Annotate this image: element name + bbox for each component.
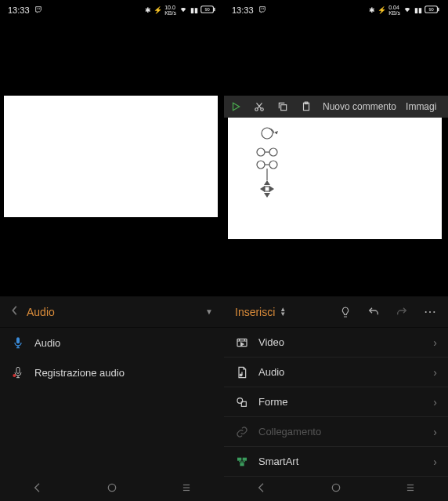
menu-item-audio[interactable]: Audio [0, 328, 224, 358]
record-icon [11, 365, 25, 379]
paste-icon[interactable] [299, 100, 313, 114]
caret-down-icon: ▼ [205, 307, 213, 316]
play-icon[interactable] [229, 100, 243, 114]
smartart-icon [235, 455, 249, 469]
sort-icon[interactable]: ▲▼ [280, 307, 286, 317]
svg-rect-4 [16, 367, 20, 373]
panel-header-left: Audio ▼ [0, 296, 224, 328]
bt-icon: ⚡ [378, 6, 386, 14]
nav-recent-icon[interactable] [175, 482, 198, 493]
svg-rect-7 [438, 8, 439, 11]
chevron-right-icon: › [433, 426, 437, 438]
panel-header-right: Inserisci ▲▼ ⋯ [224, 296, 448, 328]
svg-text:90: 90 [204, 7, 209, 12]
wifi-icon [403, 5, 412, 15]
status-bar-right: 13:33 ✱ ⚡ 0.04KB/s ▮▮ 90 [224, 0, 448, 20]
back-icon[interactable] [11, 305, 19, 318]
chevron-right-icon: › [433, 396, 437, 408]
menu-item-shapes[interactable]: Forme › [224, 387, 448, 417]
chevron-right-icon: › [433, 456, 437, 468]
battery-icon: 90 [201, 5, 216, 15]
svg-rect-1 [214, 8, 215, 11]
more-icon[interactable]: ⋯ [423, 305, 437, 319]
svg-point-15 [257, 148, 265, 156]
chevron-right-icon: › [433, 366, 437, 379]
selected-shape[interactable] [253, 124, 292, 202]
slide-canvas-left[interactable] [4, 96, 218, 217]
redo-icon[interactable] [395, 305, 409, 319]
cut-icon[interactable] [252, 100, 266, 114]
slide-canvas-right[interactable] [228, 118, 442, 239]
svg-text:90: 90 [428, 7, 433, 12]
undo-icon[interactable] [367, 305, 381, 319]
svg-point-34 [332, 484, 339, 491]
menu-item-link: Collegamento › [224, 417, 448, 447]
microphone-icon [11, 336, 25, 350]
svg-rect-11 [281, 105, 287, 111]
android-navbar [0, 474, 448, 501]
svg-point-24 [240, 374, 242, 376]
new-comment-button[interactable]: Nuovo commento [323, 101, 396, 112]
wifi-icon [179, 5, 188, 15]
panel-title[interactable]: Inserisci [235, 306, 275, 318]
battery-icon: 90 [425, 5, 440, 15]
status-bar-left: 13:33 ✱ ⚡ 10.0KB/s ▮▮ 90 [0, 0, 224, 20]
lightbulb-icon[interactable] [338, 305, 352, 319]
panel-title[interactable]: Audio ▼ [27, 306, 213, 318]
bt-icon: ⚡ [154, 6, 162, 14]
signal-icon: ▮▮ [414, 6, 422, 14]
menu-item-smartart[interactable]: SmartArt › [224, 447, 448, 477]
svg-rect-27 [237, 457, 241, 460]
signal-icon: ▮▮ [190, 6, 198, 14]
image-button[interactable]: Immagi [406, 101, 436, 112]
svg-point-30 [108, 484, 115, 491]
nav-back-icon[interactable] [250, 481, 273, 494]
svg-rect-22 [265, 187, 269, 191]
svg-rect-29 [240, 463, 244, 466]
svg-point-18 [257, 161, 265, 169]
menu-item-record-audio[interactable]: Registrazione audio [0, 358, 224, 387]
video-icon [235, 336, 249, 350]
link-icon [235, 425, 249, 439]
twitch-icon [258, 5, 266, 15]
audio-file-icon [235, 365, 249, 379]
menu-item-video[interactable]: Video › [224, 328, 448, 358]
vibrate-icon: ✱ [369, 6, 375, 14]
svg-point-16 [269, 148, 277, 156]
clock: 13:33 [8, 5, 30, 15]
svg-rect-28 [243, 457, 247, 460]
svg-point-5 [13, 374, 16, 377]
menu-item-audio[interactable]: Audio › [224, 358, 448, 387]
clock: 13:33 [232, 5, 254, 15]
nav-back-icon[interactable] [26, 481, 49, 494]
chevron-right-icon: › [433, 336, 437, 349]
shapes-icon [235, 395, 249, 409]
nav-home-icon[interactable] [100, 481, 124, 494]
svg-rect-3 [16, 337, 20, 343]
copy-icon[interactable] [276, 100, 290, 114]
twitch-icon [34, 5, 42, 15]
vibrate-icon: ✱ [145, 6, 151, 14]
nav-home-icon[interactable] [324, 481, 348, 494]
svg-point-19 [269, 161, 277, 169]
editor-toolbar: Nuovo commento Immagi [224, 96, 448, 118]
nav-recent-icon[interactable] [399, 482, 422, 493]
